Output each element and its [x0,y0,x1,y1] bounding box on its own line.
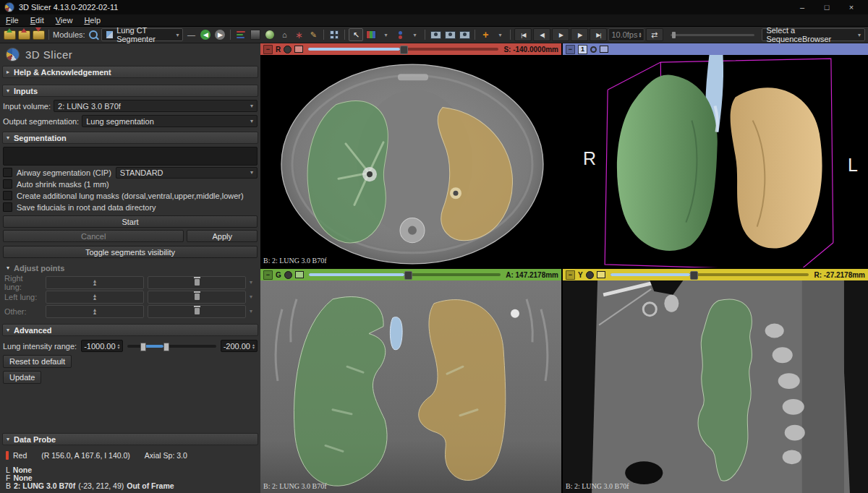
cancel-button[interactable]: Cancel [3,230,184,242]
module-hierarchy-icon[interactable] [234,29,247,40]
auto-shrink-checkbox[interactable] [3,179,12,189]
gear-icon[interactable] [590,46,597,53]
slice-layout-icon[interactable] [294,46,303,53]
menu-file[interactable]: File [6,16,19,25]
layout-selector-button[interactable] [328,29,341,40]
screenshot-button[interactable] [429,29,442,40]
sagittal-slice-canvas[interactable]: B: 2: LUNG 3.0 B70f [563,280,868,493]
data-probe-section-header[interactable]: ▾ Data Probe [2,433,258,445]
data-module-icon[interactable] [249,29,262,40]
slice-offset-slider[interactable] [610,271,809,278]
coronal-slice-canvas[interactable]: B: 2: LUNG 3.0 B70f [260,280,561,493]
slice-layout-icon[interactable] [295,271,304,278]
left-lung-place-point-button[interactable]: ▴▴ [46,291,144,304]
chevron-down-icon[interactable]: ▾ [250,293,256,300]
pin-icon[interactable] [284,271,292,279]
output-segmentation-selector[interactable]: Lung segmentation ▾ [82,115,258,127]
mouse-mode-cursor-button[interactable]: ↖ [349,28,363,41]
loop-button[interactable]: ⇄ [646,28,663,41]
slice-slider-handle[interactable] [404,271,412,280]
spinner-arrows-icon[interactable]: ▴▾ [252,343,255,349]
minimize-button[interactable]: – [790,0,814,14]
slice-offset-slider[interactable] [309,271,501,278]
menu-edit[interactable]: Edit [30,16,44,25]
segment-editor-icon[interactable]: ✎ [307,29,320,40]
collapse-controls-button[interactable]: − [566,45,575,54]
collapse-controls-button[interactable]: − [263,45,273,54]
advanced-section-header[interactable]: ▾ Advanced [2,324,258,336]
intensity-range-slider[interactable] [127,345,216,348]
additional-masks-checkbox[interactable] [3,191,12,200]
seek-first-frame-button[interactable]: |◀ [514,28,532,41]
load-data-button[interactable] [3,29,16,40]
apply-button[interactable]: Apply [187,230,258,242]
play-button[interactable]: ▶ [552,28,569,41]
chevron-down-icon[interactable]: ▾ [250,279,256,286]
home-module-icon[interactable]: ⌂ [278,29,291,40]
pin-icon[interactable] [284,46,292,53]
threed-canvas[interactable]: R L [563,55,868,267]
chevron-down-icon[interactable]: ▾ [408,29,421,40]
spinner-arrows-icon[interactable]: ▴▾ [118,343,120,349]
right-lung-delete-points-button[interactable] [148,276,246,289]
place-fiducial-button[interactable] [393,29,407,40]
chevron-down-icon[interactable]: ▾ [379,29,392,40]
module-selector[interactable]: Lung CT Segmenter ▾ [101,28,184,41]
maximize-button[interactable]: □ [814,0,839,14]
adjust-points-section-header[interactable]: ▾ Adjust points [2,262,258,274]
save-fiducials-checkbox[interactable] [3,202,12,212]
slice-slider-handle[interactable] [690,271,698,280]
reset-to-default-button[interactable]: Reset to default [3,355,72,368]
markups-module-icon[interactable]: ∗ [292,29,305,40]
toggle-visibility-button[interactable]: Toggle segments visibility [3,246,258,258]
sequence-browser-selector[interactable]: Select a SequenceBrowser ▾ [762,28,865,41]
module-forward-button[interactable]: ▶ [213,29,226,40]
save-button[interactable] [32,29,45,40]
seek-last-frame-button[interactable]: ▶| [590,28,607,41]
collapse-controls-button[interactable]: − [263,270,273,280]
slice-layout-icon[interactable] [597,271,605,278]
airway-segmentation-checkbox[interactable] [3,168,12,177]
segmentation-section-header[interactable]: ▾ Segmentation [2,132,258,144]
collapse-controls-button[interactable]: − [566,270,575,280]
mouse-mode-paint-button[interactable] [365,29,378,40]
menu-help[interactable]: Help [84,16,101,25]
slice-offset-slider[interactable] [308,46,498,53]
intensity-max-spinbox[interactable]: -200.00 ▴▾ [221,340,258,352]
left-lung-delete-points-button[interactable] [148,291,246,304]
other-place-point-button[interactable]: ▴▴ [46,305,144,318]
module-back-button[interactable]: ◀ [199,29,212,40]
pin-icon[interactable] [586,271,594,279]
spinner-arrows-icon[interactable]: ▴▾ [639,32,641,38]
start-button[interactable]: Start [3,215,258,228]
range-min-handle[interactable] [140,343,146,351]
module-history-button[interactable]: — [184,29,197,40]
fps-spinbox[interactable]: 10.0fps ▴▾ [608,28,644,41]
right-lung-place-point-button[interactable]: ▴▴ [46,276,144,289]
step-forward-button[interactable]: |▶ [571,28,588,41]
chevron-down-icon[interactable]: ▾ [250,308,256,314]
intensity-min-spinbox[interactable]: -1000.00 ▴▾ [81,340,122,352]
input-volume-selector[interactable]: 2: LUNG 3.0 B70f ▾ [54,100,258,112]
update-button[interactable]: Update [3,371,41,384]
close-button[interactable]: × [839,0,864,14]
view-layout-icon[interactable] [600,46,608,53]
airway-mode-selector[interactable]: STANDARD ▾ [116,167,258,179]
volumes-module-icon[interactable] [263,29,276,40]
crosshair-button[interactable]: + [479,29,492,40]
sequence-slider-handle[interactable] [672,32,676,38]
chevron-down-icon[interactable]: ▾ [493,29,506,40]
scene-view-button[interactable] [443,29,456,40]
axial-slice-canvas[interactable]: B: 2: LUNG 3.0 B70f [260,55,561,267]
step-back-button[interactable]: ◀| [533,28,550,41]
inputs-section-header[interactable]: ▾ Inputs [2,85,258,97]
menu-view[interactable]: View [56,16,73,25]
module-search-icon[interactable] [87,29,100,40]
help-section-header[interactable]: ▸ Help & Acknowledgement [2,66,258,78]
other-delete-points-button[interactable] [148,305,246,318]
range-max-handle[interactable] [163,343,169,351]
sequence-slider[interactable] [671,34,755,36]
restore-scene-view-button[interactable] [458,29,471,40]
slice-slider-handle[interactable] [400,46,408,54]
dicom-button[interactable] [17,29,30,40]
